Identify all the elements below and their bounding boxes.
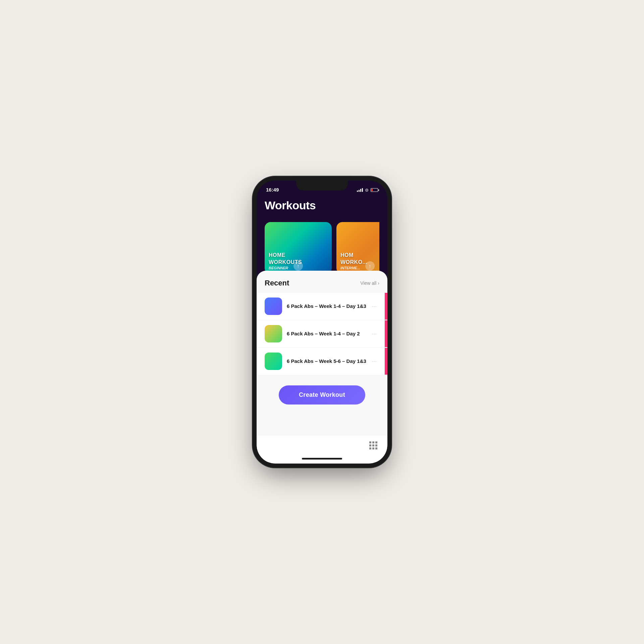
workout-item-3[interactable]: 6 Pack Abs – Week 5-6 – Day 1&3 ···	[257, 348, 387, 375]
signal-bars-icon	[357, 188, 363, 192]
workout-info-1: 6 Pack Abs – Week 1-4 – Day 1&3	[287, 303, 369, 310]
workout-thumbnail-1	[265, 298, 282, 315]
signal-bar-4	[362, 188, 363, 192]
battery-icon	[371, 188, 378, 192]
card-beginner[interactable]: HOME WORKOUTS BEGINNER ↑	[265, 222, 332, 274]
phone-frame: 16:49 ⊜ Workouts	[257, 180, 387, 464]
workout-name-2: 6 Pack Abs – Week 1-4 – Day 2	[287, 331, 360, 336]
workout-thumbnail-2	[265, 325, 282, 342]
card-intermediate[interactable]: HOM WORKO... INTERME... ↑	[336, 222, 379, 274]
signal-bar-1	[357, 191, 358, 192]
workout-list: 6 Pack Abs – Week 1-4 – Day 1&3 ··· 6 Pa…	[257, 293, 387, 375]
signal-bar-3	[360, 189, 361, 192]
workout-name-3: 6 Pack Abs – Week 5-6 – Day 1&3	[287, 358, 366, 364]
wifi-icon: ⊜	[365, 187, 369, 193]
workout-item-2[interactable]: 6 Pack Abs – Week 1-4 – Day 2 ···	[257, 320, 387, 347]
workout-menu-button-1[interactable]: ···	[369, 303, 379, 310]
workout-accent-2	[385, 320, 387, 347]
card-beginner-arrow-icon: ↑	[293, 261, 303, 271]
chevron-right-icon: ›	[378, 280, 379, 286]
create-workout-section: Create Workout	[257, 375, 387, 411]
bottom-bar	[257, 435, 387, 455]
workout-info-3: 6 Pack Abs – Week 5-6 – Day 1&3	[287, 358, 369, 365]
recent-section-title: Recent	[265, 279, 289, 287]
card-beginner-line1: HOME	[269, 252, 328, 259]
workout-accent-3	[385, 348, 387, 375]
workout-name-1: 6 Pack Abs – Week 1-4 – Day 1&3	[287, 303, 366, 309]
home-bar	[302, 458, 342, 460]
home-indicator	[257, 455, 387, 464]
signal-bar-2	[359, 190, 360, 192]
create-workout-button[interactable]: Create Workout	[279, 385, 365, 405]
screen: 16:49 ⊜ Workouts	[257, 180, 387, 464]
workout-thumbnail-3	[265, 353, 282, 370]
grid-menu-icon[interactable]	[369, 441, 377, 449]
app-wrapper: 16:49 ⊜ Workouts	[257, 180, 387, 464]
workout-menu-button-2[interactable]: ···	[369, 330, 379, 337]
card-intermediate-line1: HOM	[340, 252, 379, 259]
workout-menu-button-3[interactable]: ···	[369, 358, 379, 365]
page-title: Workouts	[265, 199, 379, 212]
main-content: Recent View all › 6 Pack Abs – Week 1-4 …	[257, 271, 387, 435]
battery-fill	[371, 189, 373, 191]
workout-item-1[interactable]: 6 Pack Abs – Week 1-4 – Day 1&3 ···	[257, 293, 387, 320]
card-intermediate-arrow-icon: ↑	[365, 261, 375, 271]
status-icons: ⊜	[357, 187, 378, 193]
workout-accent-1	[385, 293, 387, 320]
status-time: 16:49	[266, 187, 279, 193]
view-all-label: View all	[360, 280, 376, 286]
workout-info-2: 6 Pack Abs – Week 1-4 – Day 2	[287, 330, 369, 337]
featured-carousel: HOME WORKOUTS BEGINNER ↑ HOM WORKO... IN…	[257, 219, 387, 274]
recent-header: Recent View all ›	[257, 279, 387, 293]
carousel-container: HOME WORKOUTS BEGINNER ↑ HOM WORKO... IN…	[265, 222, 379, 274]
notch	[296, 180, 348, 191]
view-all-button[interactable]: View all ›	[360, 280, 379, 286]
